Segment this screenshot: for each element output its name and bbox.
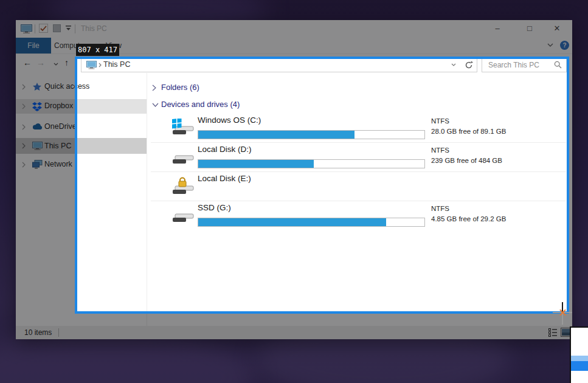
- selection-size-tooltip: 807 x 417: [76, 44, 119, 56]
- dim-overlay-bottom: [0, 314, 588, 383]
- desktop-screen: This PC – □ ✕ File Computer View ? ← → ↑: [0, 0, 588, 383]
- dim-overlay-right: [569, 57, 588, 314]
- dim-overlay-left: [0, 57, 75, 314]
- selection-rectangle[interactable]: [75, 57, 569, 314]
- popup-highlight-band: [571, 356, 588, 361]
- crosshair-cursor: [562, 312, 563, 325]
- corner-popup-window[interactable]: [570, 326, 588, 383]
- popup-accent-band: [571, 361, 588, 371]
